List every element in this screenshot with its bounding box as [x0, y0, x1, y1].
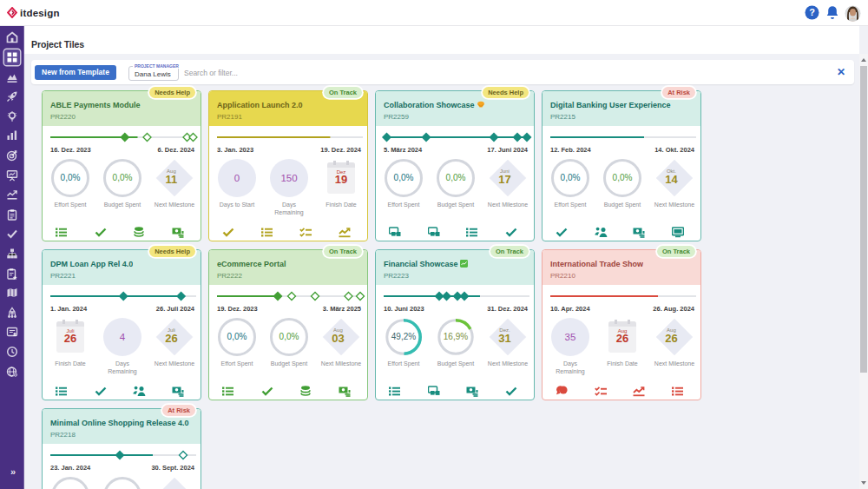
svg-text:?: ? — [809, 7, 815, 17]
